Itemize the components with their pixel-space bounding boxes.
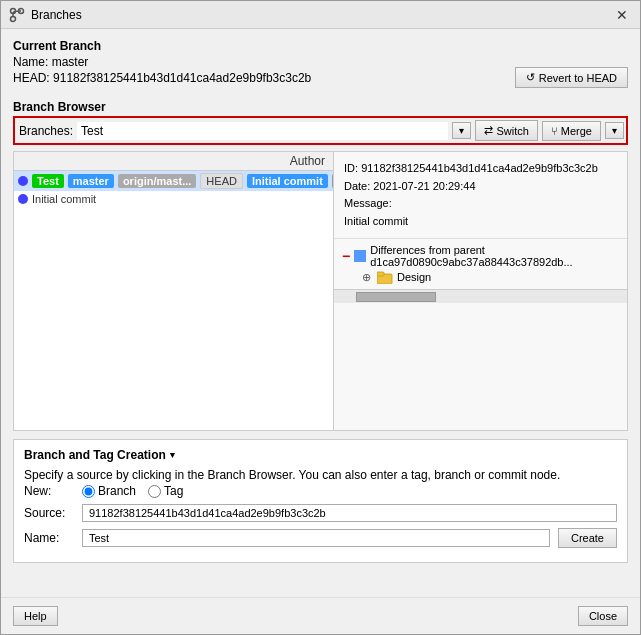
create-button[interactable]: Create	[558, 528, 617, 548]
tag-origin: origin/mast...	[118, 174, 196, 188]
close-btn-label: Close	[589, 610, 617, 622]
help-btn-label: Help	[24, 610, 47, 622]
diff-design-row: ⊕ Design	[342, 269, 619, 285]
source-input[interactable]	[82, 504, 617, 522]
detail-date-label: Date:	[344, 180, 370, 192]
branch-tag-creation-section: Branch and Tag Creation ▾ Specify a sour…	[13, 439, 628, 563]
title-text: Branches	[31, 8, 82, 22]
detail-id-label: ID:	[344, 162, 358, 174]
table-row[interactable]: Test master origin/mast... HEAD Initial …	[14, 171, 333, 191]
btc-name-label: Name:	[24, 531, 74, 545]
commit-message: Initial commit	[32, 193, 96, 205]
branch-radio-label[interactable]: Branch	[82, 484, 136, 498]
merge-button[interactable]: ⑂ Merge	[542, 121, 601, 141]
tag-initial: Initial commit	[247, 174, 328, 188]
detail-message-label: Message:	[344, 197, 392, 209]
switch-label: Switch	[496, 125, 528, 137]
merge-icon: ⑂	[551, 125, 558, 137]
create-btn-label: Create	[571, 532, 604, 544]
tag-radio[interactable]	[148, 485, 161, 498]
detail-message-row: Message:	[344, 195, 617, 213]
branches-icon	[9, 7, 25, 23]
radio-group: Branch Tag	[82, 484, 183, 498]
dialog-footer: Help Close	[1, 597, 640, 634]
detail-id-row: ID: 91182f38125441b43d1d41ca4ad2e9b9fb3c…	[344, 160, 617, 178]
scrollbar-thumb	[356, 292, 436, 302]
branch-browser-section: Branch Browser Branches: ▾ ⇄ Switch ⑂ Me…	[13, 100, 628, 431]
browser-right: ID: 91182f38125441b43d1d41ca4ad2e9b9fb3c…	[334, 152, 627, 430]
expand-icon[interactable]: ⊕	[362, 271, 371, 284]
btc-name-row: Name: Create	[24, 528, 617, 548]
name-input[interactable]	[82, 529, 550, 547]
horizontal-scrollbar[interactable]	[334, 289, 627, 303]
branches-dropdown-button[interactable]: ▾	[452, 122, 471, 139]
detail-date-row: Date: 2021-07-21 20:29:44	[344, 178, 617, 196]
browser-left-header: Author	[14, 152, 333, 171]
title-bar: Branches ✕	[1, 1, 640, 29]
title-bar-left: Branches	[9, 7, 82, 23]
dialog-body: Current Branch Name: master HEAD: 91182f…	[1, 29, 640, 597]
branches-input-row: Branches: ▾ ⇄ Switch ⑂ Merge ▾	[13, 116, 628, 145]
revert-btn-row: ↺ Revert to HEAD	[13, 67, 628, 88]
tag-radio-text: Tag	[164, 484, 183, 498]
switch-icon: ⇄	[484, 124, 493, 137]
btc-new-row: New: Branch Tag	[24, 484, 617, 498]
detail-message-value-row: Initial commit	[344, 213, 617, 231]
svg-rect-5	[377, 272, 384, 276]
detail-id-value: 91182f38125441b43d1d41ca4ad2e9b9fb3c3c2b	[361, 162, 598, 174]
branches-input[interactable]	[77, 122, 448, 140]
revert-btn-label: Revert to HEAD	[539, 72, 617, 84]
diff-square-icon	[354, 250, 366, 262]
help-button[interactable]: Help	[13, 606, 58, 626]
svg-point-1	[11, 16, 16, 21]
diff-title: Differences from parent d1ca97d0890c9abc…	[370, 244, 619, 268]
diff-design-label: Design	[397, 271, 431, 283]
close-title-button[interactable]: ✕	[612, 5, 632, 25]
branch-radio[interactable]	[82, 485, 95, 498]
tag-more: ...	[332, 174, 333, 188]
footer-right: Close	[578, 606, 628, 626]
branches-dialog: Branches ✕ Current Branch Name: master H…	[0, 0, 641, 635]
btc-new-label: New:	[24, 484, 74, 498]
btc-source-row: Source:	[24, 504, 617, 522]
btc-label: Branch and Tag Creation	[24, 448, 166, 462]
author-column-header: Author	[290, 154, 325, 168]
detail-date-value: 2021-07-21 20:29:44	[373, 180, 475, 192]
browser-split: Author Test master origin/mast... HEAD I…	[13, 151, 628, 431]
folder-icon	[377, 270, 393, 284]
btc-source-label: Source:	[24, 506, 74, 520]
current-branch-label: Current Branch	[13, 39, 628, 53]
btc-header: Branch and Tag Creation ▾	[24, 448, 617, 462]
merge-dropdown-button[interactable]: ▾	[605, 122, 624, 139]
browser-left: Author Test master origin/mast... HEAD I…	[14, 152, 334, 430]
commit-list[interactable]: Test master origin/mast... HEAD Initial …	[14, 171, 333, 430]
merge-label: Merge	[561, 125, 592, 137]
branch-dot	[18, 176, 28, 186]
commit-detail: ID: 91182f38125441b43d1d41ca4ad2e9b9fb3c…	[334, 152, 627, 238]
footer-left: Help	[13, 606, 58, 626]
switch-button[interactable]: ⇄ Switch	[475, 120, 537, 141]
diff-minus-icon: −	[342, 249, 350, 263]
tag-radio-label[interactable]: Tag	[148, 484, 183, 498]
tag-head: HEAD	[200, 173, 243, 189]
branches-field-label: Branches:	[17, 124, 73, 138]
close-button[interactable]: Close	[578, 606, 628, 626]
detail-message-value: Initial commit	[344, 215, 408, 227]
branch-radio-text: Branch	[98, 484, 136, 498]
revert-icon: ↺	[526, 71, 535, 84]
table-row[interactable]: Initial commit	[14, 191, 333, 207]
diff-section: − Differences from parent d1ca97d0890c9a…	[334, 238, 627, 430]
btc-chevron: ▾	[170, 450, 175, 460]
diff-parent-row: − Differences from parent d1ca97d0890c9a…	[342, 243, 619, 269]
btc-description: Specify a source by clicking in the Bran…	[24, 468, 617, 482]
tag-master: master	[68, 174, 114, 188]
branch-dot	[18, 194, 28, 204]
branch-browser-label: Branch Browser	[13, 100, 628, 114]
diff-scrollbar-area: − Differences from parent d1ca97d0890c9a…	[334, 239, 627, 289]
revert-to-head-button[interactable]: ↺ Revert to HEAD	[515, 67, 628, 88]
tag-test: Test	[32, 174, 64, 188]
